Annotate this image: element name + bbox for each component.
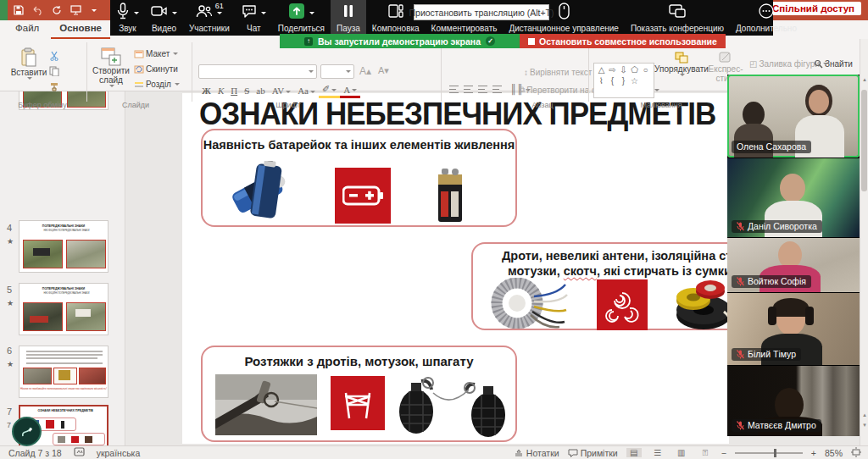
participant-tile[interactable]: Даніл Сиворотка	[727, 158, 860, 237]
zoom-in-icon[interactable]: +	[811, 448, 816, 458]
slideshow-view-button[interactable]: ⍐	[698, 448, 713, 458]
undo-icon[interactable]	[32, 6, 43, 15]
pause-icon	[342, 4, 354, 21]
participant-name-label: Даніл Сиворотка	[732, 220, 822, 233]
pause-share-button[interactable]: Пауза	[331, 0, 366, 36]
slide-thumbnail-panel: 4 ★ ПОПЕРЕДЖУВАЛЬНІ ЗНАКИ НЕОФІЦІЙНІ ПОП…	[0, 91, 125, 445]
highlight-color-button[interactable]: ✐	[319, 83, 340, 98]
slide-box-tripwires[interactable]: Розтяжки з дротів, мотузок, шпагату	[201, 346, 517, 442]
tab-file[interactable]: Файл	[7, 20, 47, 39]
chevron-down-icon[interactable]	[309, 12, 314, 14]
thumbnail-slide-4[interactable]: ПОПЕРЕДЖУВАЛЬНІ ЗНАКИ НЕОФІЦІЙНІ ПОПЕРЕД…	[19, 220, 108, 273]
chevron-down-icon[interactable]	[134, 12, 139, 14]
slideshow-icon[interactable]	[70, 5, 81, 15]
arrange-button[interactable]: Упорядкувати	[658, 51, 705, 76]
tab-home[interactable]: Основне	[51, 20, 110, 39]
vertical-scrollbar[interactable]: ▴ ▴ ▾	[860, 39, 868, 445]
audio-button[interactable]: Звук	[110, 0, 145, 36]
scroll-up-icon[interactable]: ▴	[860, 76, 868, 83]
stop-sharing-button[interactable]: Остановить совместное использование	[520, 34, 726, 48]
zoom-slider[interactable]	[735, 452, 803, 454]
shape-down-arrow-icon[interactable]: ⇩	[618, 64, 629, 75]
align-right-icon[interactable]	[478, 86, 487, 93]
insulation-tape-photo	[670, 278, 734, 330]
zoom-annotation-button[interactable]	[12, 417, 42, 446]
change-case-button[interactable]: Aa	[294, 85, 319, 97]
underline-button[interactable]: П	[227, 85, 241, 97]
fit-slide-icon[interactable]	[851, 447, 861, 459]
save-icon[interactable]	[14, 5, 24, 15]
bold-button[interactable]: Ж	[198, 85, 214, 97]
paste-button[interactable]: Вставити	[12, 47, 46, 80]
search-icon	[814, 59, 823, 69]
share-screen-button[interactable]: Поделиться	[272, 0, 331, 36]
reset-button[interactable]: Скинути	[134, 64, 178, 74]
transformer-photo	[485, 278, 570, 329]
shrink-font-button[interactable]: A▾	[378, 65, 389, 76]
font-name-combo[interactable]	[198, 64, 317, 79]
proofing-icon[interactable]	[74, 447, 85, 458]
shape-oval-icon[interactable]: ○	[640, 64, 651, 75]
thumbnail-number: 6	[7, 346, 12, 356]
scrollbar-thumb[interactable]	[861, 90, 867, 191]
format-painter-icon	[49, 81, 59, 91]
comments-button[interactable]: Примітки	[568, 448, 618, 458]
zoom-level[interactable]: 85%	[825, 448, 843, 458]
next-slide-icon[interactable]: ▾	[860, 422, 868, 429]
chevron-down-icon[interactable]	[92, 9, 97, 12]
language-indicator[interactable]: українська	[97, 448, 141, 458]
shapes-gallery[interactable]: △⇨⇩⬠○ ⌇{}☆	[593, 63, 654, 98]
reading-view-button[interactable]: ▥	[674, 448, 689, 457]
align-justify-icon[interactable]	[492, 86, 502, 93]
chevron-down-icon[interactable]	[172, 12, 177, 14]
italic-button[interactable]: К	[214, 85, 227, 97]
zoom-slider-knob[interactable]	[774, 449, 776, 457]
participant-tile[interactable]: Олена Сахарова	[727, 75, 860, 158]
new-slide-button[interactable]: Створити слайд	[92, 47, 131, 87]
font-size-combo[interactable]	[320, 64, 354, 79]
shape-star-icon[interactable]: ☆	[629, 75, 640, 86]
format-painter-button[interactable]	[49, 81, 59, 91]
group-label-clipboard: Буфер обміну	[8, 101, 76, 109]
notes-button[interactable]: Нотатки	[514, 448, 559, 458]
text-shadow-button[interactable]: ab	[253, 85, 268, 97]
character-spacing-button[interactable]: AV	[269, 85, 294, 97]
show-meeting-button[interactable]: Показать конференцию	[625, 0, 730, 36]
chevron-down-icon[interactable]	[217, 12, 222, 14]
slide-box-batteries[interactable]: Наявність батарейок та інших елементів ж…	[201, 129, 517, 227]
video-button[interactable]: Видео	[145, 0, 183, 36]
align-center-icon[interactable]	[464, 86, 473, 93]
slide-indicator: Слайд 7 з 18	[8, 448, 62, 458]
section-button[interactable]: Розділ	[134, 80, 180, 89]
layout-button[interactable]: Макет	[134, 49, 178, 58]
participants-count-badge: 61	[215, 2, 224, 10]
redo-icon[interactable]	[52, 5, 62, 15]
slide-sorter-view-button[interactable]: ☰	[650, 448, 665, 457]
copy-button[interactable]	[49, 66, 59, 76]
shape-triangle-icon[interactable]: △	[596, 64, 607, 75]
shape-brace2-icon[interactable]: }	[618, 75, 629, 86]
thumbnail-slide-5[interactable]: ПОПЕРЕДЖУВАЛЬНІ ЗНАКИ НЕОФІЦІЙНІ ПОПЕРЕД…	[19, 283, 108, 335]
shape-scribble-icon[interactable]: ⌇	[596, 75, 607, 86]
align-left-icon[interactable]	[449, 86, 459, 93]
find-button[interactable]: Знайти	[814, 59, 853, 69]
more-button[interactable]: Дополнительно	[730, 0, 803, 36]
normal-view-button[interactable]: ▤	[626, 448, 642, 457]
participant-tile[interactable]: Войтюк Софія	[727, 238, 860, 292]
zoom-out-icon[interactable]: −	[721, 448, 726, 458]
participants-button[interactable]: 61 Участники	[183, 0, 236, 36]
grow-font-button[interactable]: A▴	[359, 65, 371, 77]
participant-tile[interactable]: Матвєєв Дмитро	[727, 366, 860, 436]
shape-pentagon-icon[interactable]: ⬠	[629, 64, 640, 75]
box3-title: Розтяжки з дротів, мотузок, шпагату	[203, 354, 515, 368]
cut-button[interactable]	[49, 51, 59, 61]
previous-slide-icon[interactable]: ▴	[860, 412, 868, 418]
shape-brace-icon[interactable]: {	[607, 75, 618, 86]
chat-button[interactable]: Чат	[236, 0, 272, 36]
chevron-down-icon[interactable]	[261, 12, 266, 14]
shape-arrow-icon[interactable]: ⇨	[607, 64, 618, 75]
strikethrough-button[interactable]: S	[241, 85, 253, 97]
participant-tile[interactable]: Білий Тімур	[727, 293, 860, 365]
font-color-button[interactable]: A	[340, 84, 360, 98]
thumbnail-slide-6[interactable]: Ніколи не прибирайте попереджувальні зна…	[19, 346, 108, 398]
